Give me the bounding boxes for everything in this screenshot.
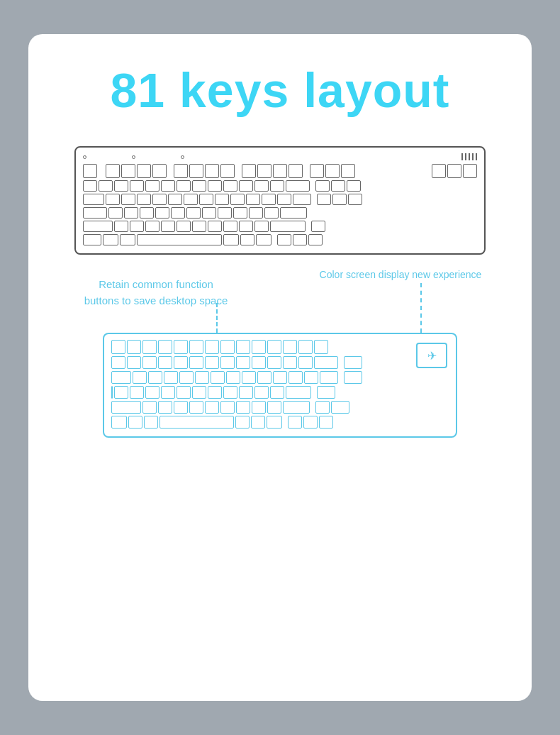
key <box>246 194 260 205</box>
screen-display: ✈ <box>416 343 447 368</box>
key <box>195 371 209 384</box>
key-win <box>128 416 142 429</box>
key-fn <box>251 416 265 429</box>
key <box>252 401 266 414</box>
key-up <box>315 401 330 414</box>
key <box>127 340 141 354</box>
key <box>142 340 157 354</box>
key <box>289 164 303 178</box>
key-ctrl <box>83 234 101 245</box>
key <box>273 371 287 384</box>
key <box>208 221 222 232</box>
key <box>249 207 263 219</box>
key <box>298 356 313 369</box>
key <box>236 356 250 369</box>
key-caps <box>111 386 113 399</box>
kb-small-fn-row <box>111 340 449 354</box>
key <box>257 371 271 384</box>
key <box>186 207 201 219</box>
key <box>152 194 167 205</box>
key-down <box>303 416 318 429</box>
key <box>133 371 147 384</box>
key <box>348 194 362 205</box>
key <box>208 386 222 399</box>
key <box>148 371 162 384</box>
key <box>223 386 237 399</box>
key <box>189 340 203 354</box>
kb-function-row <box>83 164 477 178</box>
kb-vent <box>472 153 474 160</box>
key <box>242 164 256 178</box>
key <box>254 180 269 192</box>
key-space <box>159 416 234 429</box>
key <box>161 386 175 399</box>
key <box>205 164 219 178</box>
key <box>277 194 291 205</box>
key-ctrl <box>267 416 282 429</box>
full-keyboard <box>74 146 486 255</box>
key <box>341 164 355 178</box>
kb-small-zxcv-row <box>111 401 449 414</box>
key <box>121 164 135 178</box>
kb-vent <box>476 153 477 160</box>
key <box>267 401 281 414</box>
key-ctrl <box>111 416 127 429</box>
key-space <box>137 234 222 245</box>
key <box>236 340 250 354</box>
key <box>315 180 330 192</box>
key <box>192 180 206 192</box>
kb-zxcv-row <box>83 221 477 232</box>
key <box>174 401 188 414</box>
key-alt <box>144 416 158 429</box>
key <box>161 180 175 192</box>
kb-vent <box>461 153 463 160</box>
key <box>223 180 237 192</box>
kb-small-qwerty-row <box>111 371 449 384</box>
key <box>283 356 297 369</box>
key <box>205 340 219 354</box>
key <box>124 207 138 219</box>
key-pgup <box>344 371 362 384</box>
key <box>220 164 235 178</box>
key-right <box>319 416 333 429</box>
key <box>83 164 97 178</box>
key <box>215 194 229 205</box>
key <box>174 340 188 354</box>
key-enter <box>286 386 311 399</box>
key <box>127 356 141 369</box>
key <box>264 207 279 219</box>
key <box>317 194 331 205</box>
indicator-dot <box>83 155 86 159</box>
key <box>325 164 340 178</box>
key <box>252 340 266 354</box>
key-right <box>308 234 323 245</box>
key-tab <box>111 371 131 384</box>
key <box>230 194 245 205</box>
key <box>257 164 271 178</box>
key <box>83 180 97 192</box>
key <box>223 221 237 232</box>
key-caps <box>83 207 107 219</box>
key <box>314 340 328 354</box>
key <box>189 164 203 178</box>
key-pgdn <box>317 386 335 399</box>
key <box>158 340 172 354</box>
key <box>298 340 313 354</box>
key <box>106 194 120 205</box>
key <box>239 221 253 232</box>
key <box>233 207 247 219</box>
key <box>310 164 324 178</box>
key <box>463 164 477 178</box>
kb-space-row <box>83 234 477 245</box>
annotation-line-left <box>216 303 218 333</box>
key <box>447 164 461 178</box>
key <box>174 164 188 178</box>
key-del <box>344 356 362 369</box>
key <box>142 356 157 369</box>
key <box>137 194 151 205</box>
key <box>205 401 219 414</box>
key <box>220 401 235 414</box>
key <box>236 401 250 414</box>
key <box>211 371 225 384</box>
key-rshift <box>283 401 310 414</box>
